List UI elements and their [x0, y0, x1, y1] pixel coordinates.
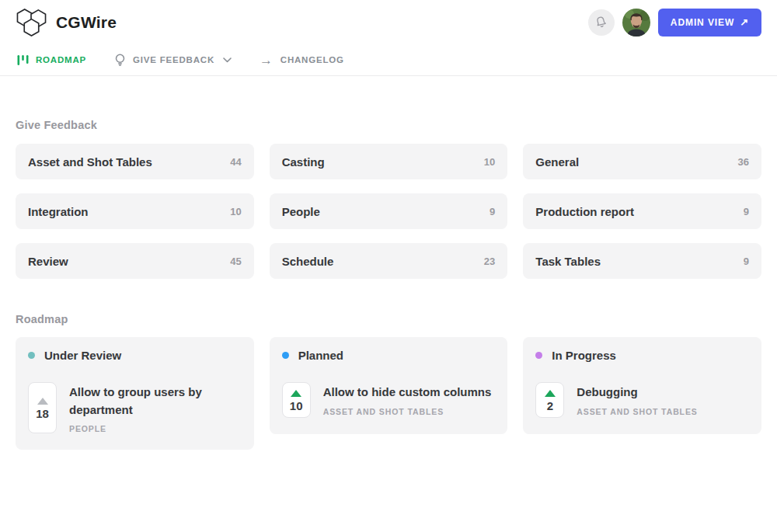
content: Give Feedback Asset and Shot Tables 44 C… [0, 119, 777, 450]
board-name: Casting [282, 155, 325, 169]
board-name: People [282, 205, 320, 218]
user-avatar[interactable] [622, 9, 650, 37]
vote-button[interactable]: 2 [535, 382, 564, 418]
post-body: Debugging ASSET AND SHOT TABLES [577, 382, 697, 418]
board-count: 9 [490, 206, 495, 217]
board-count: 9 [744, 206, 749, 217]
post-title[interactable]: Allow to group users by department [69, 384, 242, 419]
board-name: Asset and Shot Tables [28, 155, 152, 169]
page: CGWire [0, 0, 777, 450]
status-dot [535, 352, 542, 359]
post-title[interactable]: Debugging [577, 384, 697, 402]
vote-count: 18 [36, 408, 49, 419]
board-name: Review [28, 255, 68, 268]
nav-tab-roadmap-label: ROADMAP [36, 55, 86, 64]
roadmap-grid: Under Review 18 Allow to group users by … [16, 337, 761, 450]
board-count: 23 [484, 256, 495, 267]
board-card-people[interactable]: People 9 [270, 193, 508, 229]
nav-tab-changelog-label: CHANGELOG [280, 55, 344, 64]
roadmap-column-in-progress: In Progress 2 Debugging ASSET AND SHOT T… [523, 337, 761, 434]
board-card-casting[interactable]: Casting 10 [270, 144, 508, 179]
upvote-arrow-icon [37, 398, 48, 405]
header-actions: ADMIN VIEW ↗ [588, 9, 761, 37]
upvote-arrow-icon [291, 390, 301, 397]
brand-name: CGWire [56, 13, 117, 32]
roadmap-column-planned: Planned 10 Allow to hide custom columns … [270, 337, 508, 434]
post-title[interactable]: Allow to hide custom columns [323, 384, 492, 402]
post-body: Allow to group users by department PEOPL… [69, 382, 242, 433]
status-label: Under Review [44, 349, 121, 362]
external-link-icon: ↗ [740, 16, 749, 28]
board-count: 44 [230, 156, 241, 168]
roadmap-post: 18 Allow to group users by department PE… [28, 382, 242, 433]
feedback-board-grid: Asset and Shot Tables 44 Casting 10 Gene… [16, 144, 761, 279]
status-header: Planned [282, 349, 496, 362]
post-body: Allow to hide custom columns ASSET AND S… [323, 382, 492, 418]
lightbulb-icon [114, 54, 126, 66]
roadmap-icon [17, 54, 29, 66]
status-header: In Progress [535, 349, 749, 362]
nav-tab-roadmap[interactable]: ROADMAP [17, 54, 86, 66]
post-category: PEOPLE [69, 424, 242, 433]
main-nav: ROADMAP GIVE FEEDBACK → CHANGELOG [0, 44, 777, 76]
post-category: ASSET AND SHOT TABLES [577, 407, 697, 416]
board-name: Integration [28, 205, 89, 218]
bell-icon [594, 16, 608, 29]
status-dot [282, 352, 289, 359]
roadmap-post: 10 Allow to hide custom columns ASSET AN… [282, 382, 496, 418]
post-category: ASSET AND SHOT TABLES [323, 407, 492, 416]
status-header: Under Review [28, 349, 242, 362]
board-card-integration[interactable]: Integration 10 [16, 193, 254, 229]
board-count: 36 [738, 156, 749, 168]
board-count: 45 [230, 256, 241, 267]
board-name: Production report [535, 205, 634, 218]
roadmap-column-under-review: Under Review 18 Allow to group users by … [16, 337, 254, 450]
board-name: General [535, 155, 579, 169]
nav-tab-give-feedback[interactable]: GIVE FEEDBACK [114, 54, 232, 66]
board-card-asset-and-shot-tables[interactable]: Asset and Shot Tables 44 [16, 144, 254, 179]
vote-count: 2 [547, 400, 553, 412]
roadmap-section-title: Roadmap [16, 313, 761, 325]
feedback-section-title: Give Feedback [16, 119, 761, 131]
board-card-production-report[interactable]: Production report 9 [523, 193, 761, 229]
board-card-review[interactable]: Review 45 [16, 243, 254, 279]
board-name: Task Tables [535, 255, 601, 268]
vote-button[interactable]: 18 [28, 382, 57, 433]
cgwire-logo-icon [16, 7, 47, 37]
arrow-right-icon: → [260, 54, 274, 67]
admin-view-label: ADMIN VIEW [671, 17, 734, 28]
status-dot [28, 352, 35, 359]
board-name: Schedule [282, 255, 334, 268]
status-label: In Progress [552, 349, 616, 362]
board-count: 10 [484, 156, 495, 168]
board-count: 9 [744, 256, 749, 267]
upvote-arrow-icon [545, 390, 556, 397]
board-card-task-tables[interactable]: Task Tables 9 [523, 243, 761, 279]
brand[interactable]: CGWire [16, 7, 117, 37]
vote-button[interactable]: 10 [282, 382, 311, 418]
status-label: Planned [298, 349, 343, 362]
board-count: 10 [230, 206, 241, 217]
admin-view-button[interactable]: ADMIN VIEW ↗ [658, 9, 761, 37]
nav-tab-changelog[interactable]: → CHANGELOG [260, 54, 344, 67]
board-card-general[interactable]: General 36 [523, 144, 761, 179]
nav-tab-give-feedback-label: GIVE FEEDBACK [133, 55, 214, 64]
vote-count: 10 [290, 400, 303, 412]
header: CGWire [0, 0, 777, 44]
board-card-schedule[interactable]: Schedule 23 [270, 243, 508, 279]
roadmap-post: 2 Debugging ASSET AND SHOT TABLES [535, 382, 749, 418]
chevron-down-icon [223, 57, 232, 63]
notifications-button[interactable] [588, 9, 615, 36]
